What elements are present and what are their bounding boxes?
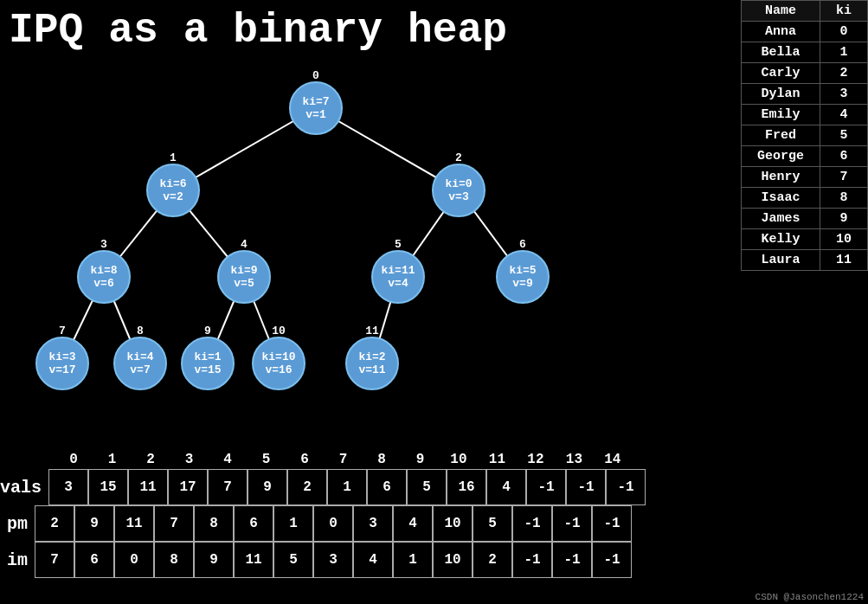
index-cell: 3: [170, 452, 208, 467]
node-position-label: 9: [204, 324, 211, 337]
node-v: v=17: [48, 363, 75, 376]
index-cell: 6: [286, 452, 324, 467]
tree-node: ki=7v=1: [289, 81, 343, 135]
page-title: IPQ as a binary heap: [9, 7, 507, 54]
array-cell: 15: [88, 469, 128, 505]
tree-node: ki=8v=6: [77, 250, 131, 304]
ki-table-cell: 3: [820, 84, 867, 105]
array-cell: 5: [473, 505, 512, 542]
ki-table-header-name: Name: [741, 1, 820, 22]
node-v: v=11: [358, 363, 385, 376]
array-cell: -1: [552, 542, 592, 578]
ki-table-cell: 0: [820, 22, 867, 42]
array-label-im: im: [0, 550, 35, 570]
index-row: 01234567891011121314: [0, 452, 632, 467]
array-cell: 4: [393, 505, 433, 542]
node-position-label: 7: [59, 324, 66, 337]
array-cell: 7: [154, 505, 194, 542]
ki-table-cell: Fred: [741, 125, 820, 146]
array-cell: 2: [35, 505, 74, 542]
node-position-label: 11: [365, 324, 379, 337]
array-cell: 6: [234, 505, 273, 542]
index-cell: 5: [247, 452, 285, 467]
array-cell: -1: [526, 469, 566, 505]
array-cell: -1: [552, 505, 592, 542]
array-label-pm: pm: [0, 514, 35, 534]
ki-table-cell: Isaac: [741, 188, 820, 209]
array-cell: -1: [512, 505, 552, 542]
ki-table-cell: Kelly: [741, 229, 820, 250]
tree-node: ki=0v=3: [432, 164, 485, 217]
tree-node: ki=9v=5: [217, 250, 271, 304]
node-position-label: 1: [170, 151, 177, 164]
array-cell: -1: [592, 542, 632, 578]
array-cell: 4: [486, 469, 526, 505]
ki-table-cell: James: [741, 209, 820, 229]
tree-node: ki=1v=15: [181, 337, 235, 390]
array-row-vals: vals3151117792165164-1-1-1: [0, 469, 632, 505]
node-position-label: 0: [312, 69, 319, 82]
array-cell: 2: [473, 542, 512, 578]
array-cell: 9: [248, 469, 287, 505]
array-cell: 6: [367, 469, 407, 505]
index-cell: 4: [209, 452, 247, 467]
node-v: v=15: [194, 363, 221, 376]
node-v: v=4: [388, 277, 408, 290]
array-cell: -1: [606, 469, 646, 505]
array-cell: 11: [234, 542, 273, 578]
array-cell: 3: [353, 505, 393, 542]
array-cell: 2: [287, 469, 327, 505]
ki-table-cell: Anna: [741, 22, 820, 42]
array-cell: 10: [433, 505, 473, 542]
node-v: v=3: [448, 190, 468, 203]
tree-node: ki=10v=16: [252, 337, 305, 390]
array-cell: 16: [447, 469, 486, 505]
ki-table-cell: 9: [820, 209, 867, 229]
watermark: CSDN @Jasonchen1224: [755, 592, 864, 602]
index-cell: 2: [132, 452, 170, 467]
node-position-label: 6: [519, 238, 526, 251]
node-position-label: 10: [272, 324, 286, 337]
array-cells-pm: 29117861034105-1-1-1: [35, 505, 632, 542]
ki-table-cell: 2: [820, 63, 867, 84]
array-cell: 8: [194, 505, 234, 542]
array-cell: 9: [194, 542, 234, 578]
ki-table-header-ki: ki: [820, 1, 867, 22]
ki-table-cell: Dylan: [741, 84, 820, 105]
node-position-label: 3: [100, 238, 107, 251]
node-position-label: 2: [455, 151, 462, 164]
array-cell: -1: [512, 542, 552, 578]
node-ki: ki=9: [230, 264, 257, 277]
array-cell: 1: [327, 469, 367, 505]
node-v: v=9: [512, 277, 532, 290]
ki-table-cell: 4: [820, 105, 867, 125]
ki-table-cell: 8: [820, 188, 867, 209]
tree-node: ki=5v=9: [496, 250, 550, 304]
tree-node: ki=4v=7: [113, 337, 167, 390]
node-ki: ki=1: [194, 350, 221, 363]
array-cell: 7: [208, 469, 248, 505]
ki-table-cell: 1: [820, 42, 867, 63]
array-cell: 3: [48, 469, 88, 505]
array-label-vals: vals: [0, 478, 48, 498]
ki-table-cell: Laura: [741, 250, 820, 271]
array-cells-vals: 3151117792165164-1-1-1: [48, 469, 646, 505]
ki-table-cell: Carly: [741, 63, 820, 84]
node-position-label: 5: [395, 238, 402, 251]
tree-node: ki=2v=11: [345, 337, 399, 390]
array-cell: 1: [273, 505, 313, 542]
array-cell: -1: [566, 469, 606, 505]
node-v: v=5: [234, 277, 254, 290]
array-cell: 0: [114, 542, 154, 578]
array-cell: 8: [154, 542, 194, 578]
node-position-label: 4: [241, 238, 248, 251]
array-cell: 7: [35, 542, 74, 578]
array-cell: 5: [407, 469, 447, 505]
index-cell: 9: [401, 452, 439, 467]
array-row-pm: pm29117861034105-1-1-1: [0, 505, 632, 542]
index-cell: 13: [555, 452, 593, 467]
node-ki: ki=10: [261, 350, 295, 363]
ki-table-cell: George: [741, 146, 820, 167]
node-ki: ki=11: [381, 264, 415, 277]
ki-table-cell: 11: [820, 250, 867, 271]
